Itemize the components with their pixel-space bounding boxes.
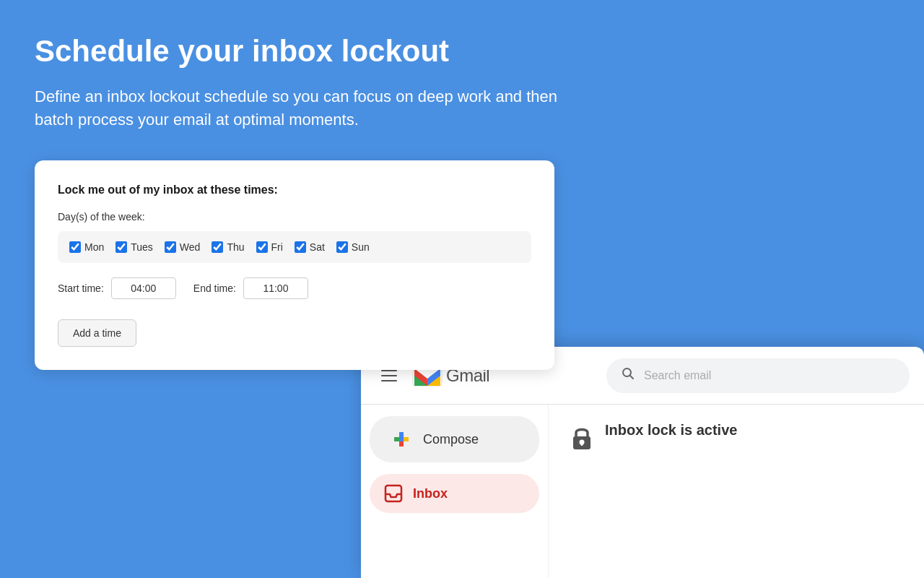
svg-rect-7: [404, 437, 409, 441]
main-background: Schedule your inbox lockout Define an in…: [0, 0, 924, 578]
search-icon: [621, 366, 635, 384]
svg-rect-8: [399, 432, 404, 437]
svg-line-2: [630, 376, 634, 379]
gmail-body: Compose Inbox: [361, 405, 924, 578]
day-fri-label: Fri: [271, 241, 283, 253]
svg-rect-6: [394, 437, 399, 441]
checkbox-fri[interactable]: [256, 241, 268, 253]
checkbox-sun[interactable]: [336, 241, 348, 253]
menu-line-3: [381, 380, 397, 381]
gmail-overlay-card: Gmail Search email: [361, 347, 924, 578]
inbox-label: Inbox: [413, 486, 448, 501]
checkbox-wed[interactable]: [165, 241, 176, 253]
gmail-sidebar: Compose Inbox: [361, 405, 549, 578]
page-subtext: Define an inbox lockout schedule so you …: [35, 85, 598, 131]
inbox-lock-message: Inbox lock is active: [605, 422, 737, 439]
day-tues[interactable]: Tues: [116, 241, 153, 253]
end-time-input[interactable]: [243, 277, 308, 299]
compose-label: Compose: [423, 432, 479, 447]
gmail-content-area: Inbox lock is active: [549, 405, 924, 578]
day-sun[interactable]: Sun: [336, 241, 370, 253]
svg-rect-9: [399, 441, 404, 447]
inbox-item[interactable]: Inbox: [370, 474, 539, 513]
day-mon-label: Mon: [84, 241, 104, 253]
start-time-input[interactable]: [111, 277, 176, 299]
page-headline: Schedule your inbox lockout: [35, 35, 889, 68]
day-sun-label: Sun: [352, 241, 370, 253]
end-time-label: End time:: [193, 282, 236, 294]
checkbox-sat[interactable]: [295, 241, 306, 253]
checkbox-tues[interactable]: [116, 241, 127, 253]
days-row: Mon Tues Wed Thu Fri Sat: [58, 231, 531, 263]
time-row: Start time: End time:: [58, 277, 531, 299]
gmail-search-bar[interactable]: Search email: [606, 358, 910, 393]
day-mon[interactable]: Mon: [69, 241, 104, 253]
day-thu[interactable]: Thu: [212, 241, 244, 253]
menu-line-2: [381, 375, 397, 376]
schedule-card: Lock me out of my inbox at these times: …: [35, 160, 554, 370]
svg-rect-5: [399, 437, 404, 441]
day-wed-label: Wed: [180, 241, 201, 253]
checkbox-mon[interactable]: [69, 241, 81, 253]
start-time-label: Start time:: [58, 282, 104, 294]
day-thu-label: Thu: [227, 241, 244, 253]
start-time-group: Start time:: [58, 277, 176, 299]
add-time-button[interactable]: Add a time: [58, 319, 136, 347]
day-wed[interactable]: Wed: [165, 241, 201, 253]
svg-rect-13: [581, 442, 583, 446]
day-sat-label: Sat: [310, 241, 325, 253]
day-sat[interactable]: Sat: [295, 241, 325, 253]
day-tues-label: Tues: [131, 241, 153, 253]
end-time-group: End time:: [193, 277, 308, 299]
compose-button[interactable]: Compose: [370, 416, 539, 462]
inbox-icon: [384, 484, 403, 503]
days-label: Day(s) of the week:: [58, 211, 531, 223]
checkbox-thu[interactable]: [212, 241, 223, 253]
compose-plus-icon: [390, 428, 413, 451]
lock-icon: [569, 423, 595, 458]
search-placeholder-text: Search email: [644, 369, 711, 382]
day-fri[interactable]: Fri: [256, 241, 283, 253]
card-title: Lock me out of my inbox at these times:: [58, 184, 531, 197]
